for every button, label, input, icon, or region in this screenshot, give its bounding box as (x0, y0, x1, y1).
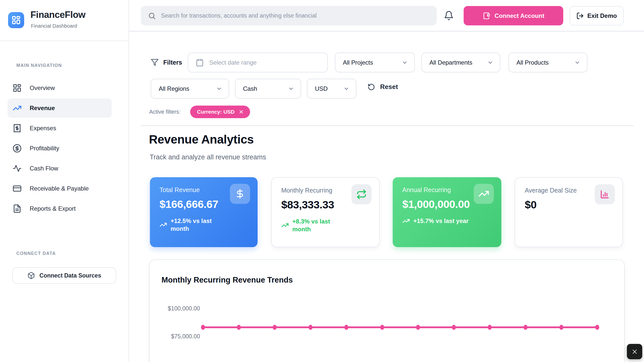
brand-logo (8, 12, 24, 28)
products-select[interactable]: All Products (508, 53, 587, 72)
activity-icon (13, 164, 22, 173)
reset-filters-button[interactable]: Reset (368, 83, 398, 91)
chart-data-point[interactable] (237, 325, 241, 330)
metric-change-text: +15.7% vs last year (413, 217, 469, 225)
trending-up-icon (281, 221, 289, 229)
chevron-down-icon (487, 60, 493, 66)
trending-up-icon (13, 104, 22, 113)
circle-dollar-icon (13, 144, 22, 153)
date-range-placeholder: Select date range (209, 59, 257, 66)
chart-data-point[interactable] (273, 325, 277, 330)
calendar-icon (196, 59, 204, 67)
chart-data-point[interactable] (524, 325, 528, 330)
metric-change-text: +8.3% vs last month (292, 217, 344, 233)
chart-data-point[interactable] (380, 325, 384, 330)
mrr-trends-chart-card: Monthly Recurring Revenue Trends $100,00… (149, 259, 625, 362)
sidebar-item-profitability[interactable]: Profitability (8, 139, 112, 158)
exit-demo-label: Exit Demo (587, 12, 617, 19)
filters-label: Filters (163, 59, 182, 66)
departments-select[interactable]: All Departments (421, 53, 500, 72)
chart-data-point[interactable] (344, 325, 348, 330)
exit-demo-button[interactable]: Exit Demo (570, 6, 624, 25)
connect-data-sources-button[interactable]: Connect Data Sources (12, 267, 116, 284)
global-search[interactable] (141, 6, 437, 25)
mrr-line-chart (150, 260, 625, 362)
search-input[interactable] (161, 12, 430, 19)
metric-change: +12.5% vs last month (159, 217, 248, 233)
metric-change-text: +12.5% vs last month (171, 217, 222, 233)
sidebar-item-receivable-payable[interactable]: Receivable & Payable (8, 179, 112, 198)
logo-section: FinanceFlow Financial Dashboard (0, 0, 129, 41)
active-filter-chip-label: Currency: USD (197, 109, 234, 115)
sidebar-item-revenue[interactable]: Revenue (8, 99, 112, 118)
regions-select[interactable]: All Regions (151, 79, 229, 99)
floating-close-button[interactable] (627, 344, 642, 359)
page-subtitle: Track and analyze all revenue streams (150, 153, 266, 161)
credit-card-icon (13, 184, 22, 193)
rotate-ccw-icon (368, 83, 375, 91)
wallet-icon (482, 12, 491, 20)
notifications-bell-button[interactable] (444, 11, 454, 21)
sidebar-item-reports-export[interactable]: Reports & Export (8, 199, 112, 218)
topbar: Connect Account Exit Demo (129, 0, 644, 31)
reset-label: Reset (380, 83, 398, 91)
payment-method-select-value: Cash (243, 85, 257, 92)
filters-label-group: Filters (151, 58, 182, 66)
dashboard-grid-icon (13, 83, 22, 93)
chevron-down-icon (216, 86, 222, 92)
active-filter-chip-currency[interactable]: Currency: USD (190, 106, 250, 118)
regions-select-value: All Regions (159, 85, 189, 92)
chart-data-point[interactable] (416, 325, 420, 330)
chart-data-point[interactable] (559, 325, 564, 330)
currency-select[interactable]: USD (307, 79, 356, 99)
connect-account-button[interactable]: Connect Account (464, 6, 563, 25)
file-text-icon (13, 204, 22, 213)
funnel-icon (151, 58, 159, 66)
search-icon (148, 12, 156, 20)
sidebar-item-label: Cash Flow (30, 165, 58, 172)
sidebar: FinanceFlow Financial Dashboard MAIN NAV… (0, 0, 129, 362)
connect-data-header: CONNECT DATA (16, 251, 56, 256)
chart-data-point[interactable] (452, 325, 456, 330)
brand-title: FinanceFlow (30, 10, 86, 20)
chart-data-point[interactable] (308, 325, 312, 330)
chart-data-point[interactable] (201, 325, 205, 330)
dashboard-grid-icon (11, 15, 21, 25)
chart-data-point[interactable] (595, 325, 599, 330)
sidebar-item-overview[interactable]: Overview (8, 78, 112, 98)
connect-account-label: Connect Account (495, 12, 544, 19)
metric-card-annual-recurring: Annual Recurring $1,000,000.00 +15.7% vs… (393, 177, 501, 247)
dollar-sign-icon (230, 184, 250, 204)
sidebar-item-label: Receivable & Payable (30, 185, 89, 192)
receipt-icon (13, 124, 22, 133)
chevron-down-icon (288, 86, 294, 92)
sidebar-item-label: Expenses (30, 125, 56, 132)
chart-data-point[interactable] (488, 325, 492, 330)
chevron-down-icon (402, 60, 408, 66)
currency-select-value: USD (315, 85, 328, 92)
chevron-down-icon (574, 60, 580, 66)
sidebar-item-label: Overview (30, 84, 55, 92)
metric-change: +8.3% vs last month (281, 217, 370, 233)
metric-change: +15.7% vs last year (402, 217, 492, 225)
metric-card-monthly-recurring: Monthly Recurring $83,333.33 +8.3% vs la… (271, 177, 380, 247)
date-range-input[interactable]: Select date range (188, 53, 328, 72)
close-icon[interactable] (238, 109, 244, 115)
sidebar-item-label: Reports & Export (30, 205, 76, 212)
departments-select-value: All Departments (429, 59, 472, 66)
nav-section-header: MAIN NAVIGATION (16, 63, 62, 68)
projects-select-value: All Projects (343, 59, 373, 66)
cube-icon (27, 272, 35, 279)
projects-select[interactable]: All Projects (335, 53, 415, 72)
trending-up-icon (402, 217, 410, 225)
sidebar-item-expenses[interactable]: Expenses (8, 119, 112, 138)
metric-card-average-deal-size: Average Deal Size $0 (515, 177, 623, 247)
repeat-icon (351, 184, 372, 204)
metric-card-total-revenue: Total Revenue $166,666.67 +12.5% vs last… (150, 177, 258, 247)
connect-data-sources-label: Connect Data Sources (39, 272, 101, 279)
chevron-down-icon (343, 86, 349, 92)
payment-method-select[interactable]: Cash (235, 79, 301, 99)
section-divider (141, 125, 634, 126)
sidebar-item-label: Revenue (30, 105, 55, 112)
sidebar-item-cash-flow[interactable]: Cash Flow (8, 159, 112, 178)
